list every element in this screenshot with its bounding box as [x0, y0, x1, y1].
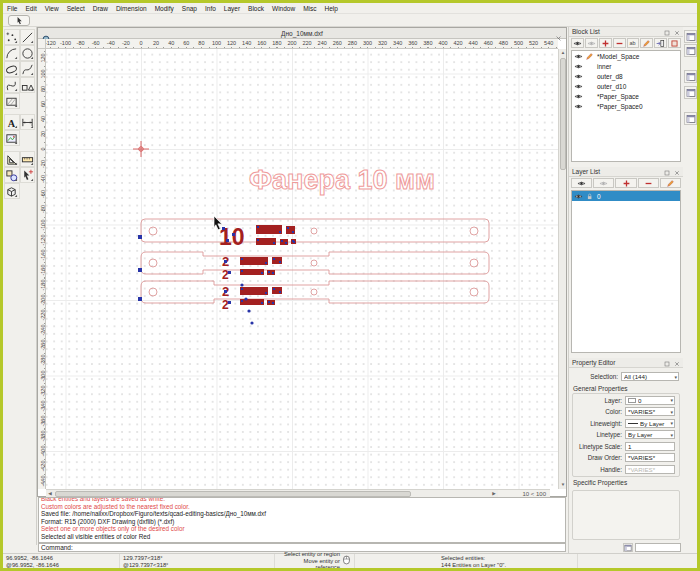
block-list-panel: Block List ab *Model_Spaceinnerouter_d8o… — [569, 27, 683, 164]
selection-handle[interactable] — [138, 297, 142, 301]
menu-modify[interactable]: Modify — [151, 5, 178, 12]
selection-handle[interactable] — [138, 235, 142, 239]
block-list-item[interactable]: *Paper_Space0 — [572, 101, 680, 111]
layer-list-item[interactable]: 0 — [572, 191, 680, 201]
block-tools-button[interactable] — [4, 167, 20, 183]
spline-tools-button[interactable] — [20, 61, 36, 77]
library-browser-dock-toggle[interactable] — [684, 44, 697, 57]
footer-panel-button[interactable] — [623, 543, 633, 552]
block-list-close-button[interactable] — [673, 23, 681, 31]
polyline-tools-button[interactable] — [4, 77, 20, 93]
drawing-canvas[interactable]: Фанера 10 мм102222 — [46, 49, 558, 489]
selected-label-cluster-2[interactable]: 22 — [222, 254, 282, 282]
block-list-dock-toggle[interactable] — [684, 30, 697, 43]
selected-label-cluster-3[interactable]: 22 — [222, 284, 282, 312]
draw-order-input[interactable]: *VARIES* — [625, 453, 675, 462]
property-editor-close-button[interactable] — [673, 354, 681, 362]
menu-view[interactable]: View — [41, 5, 63, 12]
image-icon — [5, 132, 18, 145]
h-ruler-label: 360 — [408, 40, 417, 46]
layer-list-close-button[interactable] — [673, 163, 681, 171]
vertical-scroll-thumb[interactable] — [560, 58, 566, 170]
reset-pointer-button[interactable] — [8, 15, 30, 26]
block-list-item[interactable]: *Model_Space — [572, 51, 680, 61]
menu-info[interactable]: Info — [201, 5, 220, 12]
v-ruler-label: -140 — [38, 247, 46, 262]
menu-edit[interactable]: Edit — [21, 5, 40, 12]
layer-list-dock-toggle[interactable] — [684, 70, 697, 83]
property-editor-float-button[interactable] — [663, 354, 671, 362]
linetype-scale-input[interactable]: 1 — [625, 442, 675, 451]
linetype-select[interactable]: By Layer▾ — [625, 430, 675, 439]
rename-block-button[interactable]: ab — [627, 38, 640, 48]
lineweight-select[interactable]: By Layer▾ — [625, 419, 675, 428]
pointer-tools-button[interactable] — [20, 167, 36, 183]
layer-list-float-button[interactable] — [663, 163, 671, 171]
add-block-button[interactable] — [599, 38, 612, 48]
footer-field[interactable] — [635, 543, 681, 552]
line-tools-button[interactable] — [20, 29, 36, 45]
dimension-tools-button[interactable] — [20, 114, 36, 130]
plate-1-outline[interactable] — [141, 219, 489, 242]
remove-block-button[interactable] — [613, 38, 626, 48]
selection-handle[interactable] — [138, 268, 142, 272]
circle-tools-button[interactable] — [20, 45, 36, 61]
selection-select[interactable]: All (144) ▾ — [621, 372, 679, 381]
menu-misc[interactable]: Misc — [299, 5, 320, 12]
menu-select[interactable]: Select — [63, 5, 89, 12]
edit-layer-button[interactable] — [660, 178, 681, 188]
show-all-blocks-button[interactable] — [571, 38, 584, 48]
block-list-item[interactable]: outer_d10 — [572, 81, 680, 91]
text-tools-button[interactable]: A — [4, 114, 20, 130]
block-list-float-button[interactable] — [663, 23, 671, 31]
subwindow-close-button[interactable] — [554, 29, 563, 38]
show-all-layers-button[interactable] — [571, 178, 592, 188]
plate-3-outline[interactable] — [141, 281, 489, 303]
annotation-text[interactable]: Фанера 10 мм — [249, 165, 435, 195]
arc-tools-button[interactable] — [4, 45, 20, 61]
vertical-scrollbar[interactable]: ▲ ▼ — [558, 49, 566, 489]
menu-window[interactable]: Window — [268, 5, 299, 12]
plate-2-outline[interactable] — [141, 252, 489, 274]
measure-tools-button[interactable] — [20, 151, 36, 167]
subwindow-titlebar[interactable]: Дно_10мм.dxf — [38, 28, 566, 39]
return-to-main-drawing-button[interactable] — [668, 38, 681, 48]
block-list-item[interactable]: inner — [572, 61, 680, 71]
insert-block-button[interactable] — [654, 38, 667, 48]
menu-draw[interactable]: Draw — [89, 5, 112, 12]
h-ruler-label: 240 — [318, 40, 327, 46]
block-list-item[interactable]: *Paper_Space — [572, 91, 680, 101]
block-list-item[interactable]: outer_d8 — [572, 71, 680, 81]
scroll-up-arrow[interactable]: ▲ — [559, 49, 567, 57]
menu-snap[interactable]: Snap — [178, 5, 201, 12]
add-layer-button[interactable] — [615, 178, 636, 188]
shape-tools-button[interactable] — [20, 77, 36, 93]
edit-block-button[interactable] — [640, 38, 653, 48]
command-line-dock-toggle[interactable] — [684, 112, 697, 125]
hatch-icon — [5, 95, 18, 108]
dropdown-arrow-icon: ▾ — [670, 397, 673, 403]
h-ruler-label: -60 — [92, 40, 100, 46]
ellipse-tools-button[interactable] — [4, 61, 20, 77]
point-tools-button[interactable] — [4, 29, 20, 45]
property-editor-dock-toggle[interactable] — [684, 86, 697, 99]
remove-layer-button[interactable] — [638, 178, 659, 188]
selected-label-cluster-1[interactable]: 10 — [219, 224, 296, 250]
image-tools-button[interactable] — [4, 130, 20, 146]
view3d-tools-button[interactable] — [4, 183, 20, 199]
hide-all-blocks-button[interactable] — [585, 38, 598, 48]
hatch-tools-button[interactable] — [4, 93, 20, 109]
color-select[interactable]: *VARIES*▾ — [625, 407, 675, 416]
h-ruler-label: 160 — [257, 40, 266, 46]
menu-help[interactable]: Help — [320, 5, 341, 12]
scroll-down-arrow[interactable]: ▼ — [559, 481, 567, 489]
layer-select[interactable]: 0▾ — [625, 396, 675, 405]
menu-file[interactable]: File — [3, 5, 21, 12]
modify-tools-button[interactable] — [4, 151, 20, 167]
menu-layer[interactable]: Layer — [220, 5, 244, 12]
dock-toggle-strip — [684, 27, 697, 545]
handle-input[interactable]: *VARIES* — [625, 465, 675, 474]
menu-block[interactable]: Block — [244, 5, 268, 12]
menu-dimension[interactable]: Dimension — [112, 5, 151, 12]
hide-all-layers-button[interactable] — [593, 178, 614, 188]
